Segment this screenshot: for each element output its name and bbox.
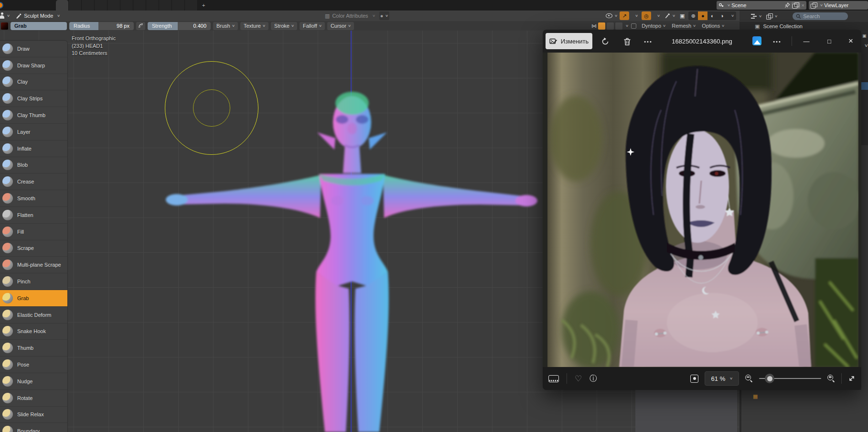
workspace-tab[interactable]: [82, 0, 95, 11]
search-input[interactable]: [803, 13, 841, 19]
tool-item[interactable]: Snake Hook: [0, 324, 67, 340]
shading-solid-button[interactable]: ●: [698, 11, 707, 20]
color-picker-button[interactable]: ● ∨: [379, 11, 389, 20]
sculpt-panel-dropdown[interactable]: Options ∨: [699, 23, 727, 29]
workspace-tab[interactable]: [95, 0, 107, 11]
edit-image-button[interactable]: Изменить: [546, 33, 592, 49]
properties-tab-icon[interactable]: ▦: [753, 393, 758, 400]
active-tool-field[interactable]: Grab: [11, 22, 67, 30]
more-options-button[interactable]: •••: [771, 35, 783, 48]
outliner-filter-button[interactable]: ∨: [750, 12, 762, 21]
workspace-tab[interactable]: [185, 0, 198, 11]
workspace-tab[interactable]: [159, 0, 172, 11]
tool-item[interactable]: Boundary: [0, 423, 67, 432]
tool-item[interactable]: Crease: [0, 173, 67, 190]
tool-item[interactable]: Flatten: [0, 207, 67, 224]
tool-item[interactable]: Pinch: [0, 273, 67, 290]
tool-item[interactable]: Clay Thumb: [0, 107, 67, 124]
favorite-button[interactable]: ♡: [575, 374, 582, 384]
zoom-out-button[interactable]: [745, 375, 753, 382]
tool-item[interactable]: Scrape: [0, 240, 67, 257]
workspace-tab[interactable]: [120, 0, 133, 11]
workspace-tab[interactable]: [172, 0, 185, 11]
gizmos-dropdown[interactable]: ∨: [631, 11, 640, 20]
photos-titlebar[interactable]: Изменить ••• 16825002143360.png ••• — □ …: [543, 30, 861, 53]
tool-settings-dropdown[interactable]: Cursor ∨: [327, 22, 354, 30]
gizmos-toggle[interactable]: ↗: [620, 11, 629, 20]
fit-to-window-button[interactable]: [690, 375, 698, 383]
shading-wireframe-button[interactable]: ⊕: [688, 11, 698, 20]
add-workspace-button[interactable]: +: [198, 0, 209, 11]
tool-item[interactable]: Blob: [0, 157, 67, 174]
tool-settings-dropdown[interactable]: Stroke ∨: [271, 22, 297, 30]
info-button[interactable]: ⓘ: [589, 374, 597, 384]
tool-item[interactable]: Draw Sharp: [0, 57, 67, 74]
mode-selector[interactable]: Sculpt Mode ∨: [14, 11, 61, 20]
tool-item[interactable]: Inflate: [0, 140, 67, 157]
tool-item[interactable]: Slide Relax: [0, 407, 67, 423]
shading-material-button[interactable]: ◐: [707, 11, 717, 20]
tool-item[interactable]: Fill: [0, 224, 67, 240]
workspace-tab[interactable]: [69, 0, 82, 11]
tool-item[interactable]: Layer: [0, 124, 67, 140]
new-scene-button[interactable]: [792, 2, 800, 9]
scene-selector[interactable]: ∨ Scene ×: [717, 1, 806, 10]
tool-item[interactable]: Smooth: [0, 190, 67, 207]
blender-logo-icon[interactable]: [0, 2, 3, 9]
tool-settings-dropdown[interactable]: Falloff ∨: [300, 22, 325, 30]
zoom-slider[interactable]: [759, 378, 821, 379]
workspace-tab[interactable]: [107, 0, 120, 11]
filmstrip-toggle-button[interactable]: [548, 375, 559, 382]
shading-dropdown[interactable]: ∨: [727, 11, 736, 20]
object-visibility-dropdown[interactable]: ∨: [605, 11, 618, 20]
zoom-slider-knob[interactable]: [765, 374, 774, 383]
symmetry-axis-button[interactable]: [607, 22, 614, 30]
shading-rendered-button[interactable]: ◑: [717, 11, 727, 20]
radius-slider[interactable]: Radius 98 px: [69, 22, 134, 30]
tool-item[interactable]: Elastic Deform: [0, 307, 67, 324]
photo-content: [547, 53, 858, 367]
tool-settings-dropdown[interactable]: Texture ∨: [240, 22, 268, 30]
see-more-button[interactable]: •••: [642, 35, 654, 48]
symmetry-axis-button[interactable]: [598, 22, 605, 30]
xray-toggle[interactable]: ▣: [677, 11, 687, 20]
tool-item[interactable]: Multi-plane Scrape: [0, 257, 67, 273]
close-button[interactable]: ×: [840, 30, 861, 53]
editor-type-button[interactable]: ∨: [0, 11, 11, 20]
strength-slider[interactable]: Strength 0.400: [148, 22, 211, 30]
viewlayer-selector[interactable]: ∨ ViewLayer: [809, 1, 868, 10]
photo-canvas[interactable]: [543, 53, 861, 367]
overlays-dropdown[interactable]: ∨: [653, 11, 662, 20]
workspace-tab[interactable]: [56, 0, 69, 11]
fullscreen-button[interactable]: [848, 375, 856, 382]
tool-item[interactable]: Thumb: [0, 340, 67, 356]
zoom-level-dropdown[interactable]: 61 % ∨: [705, 371, 739, 386]
minimize-button[interactable]: —: [796, 30, 817, 53]
tool-item[interactable]: Grab: [0, 290, 67, 307]
workspace-tab[interactable]: [146, 0, 159, 11]
tool-item[interactable]: Nudge: [0, 373, 67, 390]
tool-item[interactable]: Clay Strips: [0, 90, 67, 107]
radius-unit-button[interactable]: [136, 22, 145, 30]
tool-item[interactable]: Pose: [0, 356, 67, 373]
outliner-display-mode-button[interactable]: ∨: [765, 12, 778, 21]
annotate-dropdown[interactable]: ∨: [664, 11, 676, 20]
overlays-toggle[interactable]: ◎: [642, 11, 651, 20]
tool-item[interactable]: Clay: [0, 74, 67, 91]
tool-item[interactable]: Draw: [0, 41, 67, 57]
outliner-search[interactable]: [793, 12, 848, 20]
tool-settings-dropdown[interactable]: Brush ∨: [213, 22, 238, 30]
delete-button[interactable]: [621, 35, 633, 48]
pin-icon[interactable]: [784, 2, 790, 8]
symmetry-axis-button[interactable]: [615, 22, 622, 30]
rotate-button[interactable]: [599, 35, 611, 48]
dyntopo-checkbox[interactable]: [631, 23, 636, 29]
sculpt-panel-dropdown[interactable]: Remesh ∨: [669, 23, 698, 29]
sculpt-panel-dropdown[interactable]: Dyntopo ∨: [639, 23, 668, 29]
maximize-button[interactable]: □: [819, 30, 840, 53]
brush-preview-thumbnail[interactable]: [1, 22, 8, 30]
tool-item[interactable]: Rotate: [0, 390, 67, 407]
unlink-scene-button[interactable]: ×: [802, 2, 804, 8]
workspace-tab[interactable]: [133, 0, 146, 11]
zoom-in-button[interactable]: [827, 375, 835, 382]
